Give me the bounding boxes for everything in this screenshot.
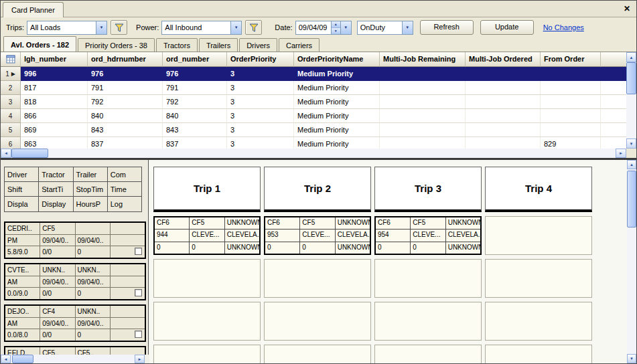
refresh-button[interactable]: Refresh (420, 20, 474, 35)
tab-carriers[interactable]: Carriers (279, 38, 320, 52)
power-select[interactable]: All Inbound ▼ (161, 21, 242, 35)
grid-vertical-scrollbar[interactable]: ▲ ▼ (626, 52, 636, 149)
empty-trip-slot[interactable] (374, 302, 482, 341)
driver-checkbox[interactable] (135, 289, 142, 296)
empty-trip-slot[interactable] (485, 345, 592, 363)
trip-column-header-trip-4: Trip 4 (485, 167, 592, 212)
no-changes-link[interactable]: No Changes (543, 23, 584, 31)
planner-vertical-scrollbar[interactable]: ▲ ▼ (627, 160, 636, 363)
scroll-thumb[interactable] (11, 149, 48, 158)
power-filter-button[interactable] (245, 20, 262, 35)
date-dropdown-icon[interactable]: ▼ (340, 21, 351, 34)
grid-row-filler (601, 81, 626, 95)
grid-cell: Medium Priority (294, 109, 380, 123)
empty-trip-slot[interactable] (264, 302, 371, 341)
scroll-down-icon[interactable]: ▼ (626, 139, 636, 149)
empty-trip-slot[interactable] (153, 345, 261, 363)
grid-row[interactable]: 38187927923Medium Priority (1, 95, 626, 109)
update-button[interactable]: Update (480, 20, 534, 35)
scroll-track[interactable] (11, 355, 135, 363)
column-header-multi-job-ordered[interactable]: Multi-Job Ordered (466, 52, 541, 67)
grid-horizontal-scrollbar[interactable]: ◄ ► (1, 149, 626, 158)
scroll-thumb[interactable] (627, 171, 636, 227)
empty-trip-slot[interactable] (485, 302, 592, 341)
trip-card[interactable]: CF6CF5UNKNOWN953CLEVE...CLEVELA...00UNKN… (264, 216, 371, 255)
column-header-orderpriority[interactable]: OrderPriority (227, 52, 294, 67)
driver-card-row: CEDRI..CF5 (5, 223, 145, 235)
trip-card[interactable]: CF6CF5UNKNOWN954CLEVE...CLEVELA...00UNKN… (374, 216, 482, 255)
driver-checkbox[interactable] (135, 248, 142, 255)
trip-card[interactable]: CF6CF5UNKNOWN944CLEVE...CLEVELA...00UNKN… (153, 216, 261, 255)
scroll-thumb[interactable] (12, 355, 33, 363)
driver-card[interactable]: EELD..CF5..CF5.. (4, 346, 146, 355)
grid-cell: Medium Priority (294, 95, 380, 109)
column-header-orderpriorityname[interactable]: OrderPriorityName (294, 52, 380, 67)
scroll-down-icon[interactable]: ▼ (627, 354, 636, 363)
empty-trip-slot[interactable] (374, 345, 482, 363)
scroll-left-icon[interactable]: ◄ (1, 355, 11, 363)
trip-card-row: 953CLEVE...CLEVELA... (265, 230, 370, 242)
scroll-track[interactable] (626, 62, 636, 139)
column-header-lgh-number[interactable]: lgh_number (21, 52, 88, 67)
trips-filter-button[interactable] (111, 20, 127, 35)
scroll-thumb[interactable] (626, 62, 636, 94)
trip-card-cell: CF6 (376, 217, 411, 229)
grid-cell: 791 (88, 81, 163, 95)
grid-row[interactable]: 68638378373Medium Priority829 (1, 137, 626, 149)
empty-trip-slot[interactable] (485, 259, 592, 298)
scroll-up-icon[interactable]: ▲ (627, 160, 636, 169)
grid-cell (541, 81, 601, 95)
grid-cell (380, 81, 466, 95)
duty-select[interactable]: OnDuty ▼ (357, 21, 413, 35)
grid-row[interactable]: 48668408403Medium Priority (1, 109, 626, 123)
date-input[interactable]: 09/04/09 ▲ ▼ ▼ (295, 21, 352, 35)
scroll-right-icon[interactable]: ► (135, 355, 145, 363)
tab-trailers[interactable]: Trailers (199, 38, 238, 52)
funnel-icon (249, 23, 259, 32)
grid-row[interactable]: 28177917913Medium Priority (1, 81, 626, 95)
trip-card-cell: 0 (265, 242, 300, 254)
driver-card-cell: 0.0/9.0 (5, 288, 40, 299)
scroll-track[interactable] (11, 149, 616, 158)
tab-priority-orders-38[interactable]: Priority Orders - 38 (78, 38, 155, 52)
empty-trip-slot[interactable] (374, 259, 482, 298)
legend-cell: Display (39, 197, 73, 211)
grid-row[interactable]: 1▶9969769763Medium Priority (1, 67, 626, 81)
trips-select-value: All Loads (27, 21, 96, 34)
spinner-up-icon[interactable]: ▲ (332, 21, 340, 27)
scroll-up-icon[interactable]: ▲ (626, 52, 636, 62)
empty-trip-slot[interactable] (485, 216, 592, 255)
grid-options-button[interactable] (1, 52, 21, 67)
trips-select[interactable]: All Loads ▼ (27, 21, 107, 35)
grid-cell (466, 81, 541, 95)
chevron-down-icon: ▼ (402, 21, 413, 34)
scroll-track[interactable] (627, 169, 636, 354)
empty-trip-slot[interactable] (153, 302, 261, 341)
planner-horizontal-scrollbar[interactable]: ◄ ► (1, 355, 145, 363)
empty-trip-slot[interactable] (264, 345, 371, 363)
tab-tractors[interactable]: Tractors (156, 38, 198, 52)
driver-card-cell: DEJO.. (5, 306, 40, 317)
grid-cell: Medium Priority (294, 67, 380, 81)
tab-drivers[interactable]: Drivers (239, 38, 277, 52)
window-tab-card-planner[interactable]: Card Planner (3, 2, 64, 17)
grid-cell: 791 (163, 81, 227, 95)
empty-trip-slot[interactable] (264, 259, 371, 298)
driver-card-cell: 09/04/0.. (40, 276, 75, 288)
tab-avl-orders-182[interactable]: Avl. Orders - 182 (3, 36, 76, 52)
column-header-multi-job-remaining[interactable]: Multi-Job Remaining (380, 52, 466, 67)
column-header-from-order[interactable]: From Order (541, 52, 601, 67)
empty-trip-slot[interactable] (153, 259, 261, 298)
close-icon[interactable]: ✕ (624, 4, 630, 13)
driver-card[interactable]: CVTE..UNKN..UNKN..AM09/04/0..09/04/0..0.… (4, 263, 146, 300)
column-header-ord-hdrnumber[interactable]: ord_hdrnumber (88, 52, 163, 67)
scroll-right-icon[interactable]: ► (616, 149, 626, 158)
grid-row[interactable]: 58698438433Medium Priority (1, 123, 626, 137)
scroll-left-icon[interactable]: ◄ (1, 149, 11, 158)
driver-card[interactable]: DEJO..CF4UNKN..AM09/04/0..09/04/0..0.0/8… (4, 304, 146, 342)
column-header-ord-number[interactable]: ord_number (163, 52, 227, 67)
date-spinner[interactable]: ▲ ▼ (331, 21, 340, 34)
driver-card[interactable]: CEDRI..CF5PM09/04/0..09/04/0..5.8/9.00/0… (4, 221, 146, 259)
spinner-down-icon[interactable]: ▼ (332, 27, 340, 34)
driver-checkbox[interactable] (135, 331, 142, 338)
